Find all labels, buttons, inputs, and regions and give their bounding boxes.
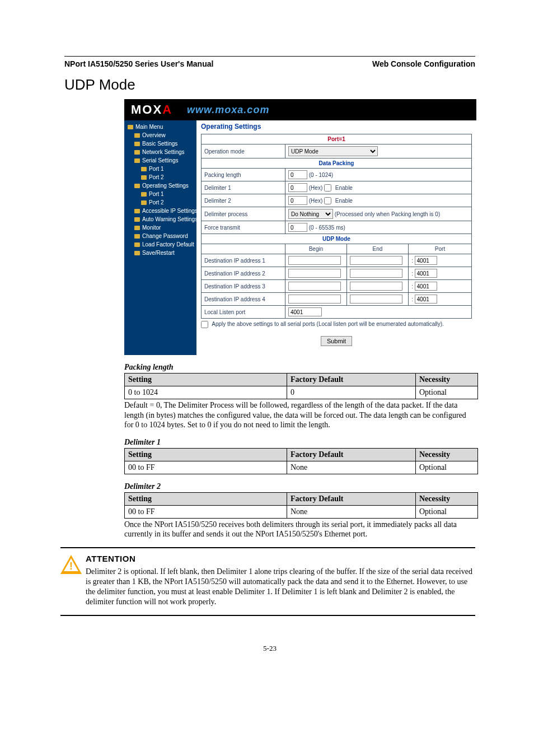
dest4-label: Destination IP address 4 [202,293,285,306]
apply-all-label: Apply the above settings to all serial p… [212,321,444,327]
packing-length-label: Packing length [202,169,285,181]
dest3-begin-input[interactable] [288,282,341,291]
delimiter1-input[interactable] [288,183,307,192]
dest3-port-input[interactable] [415,282,437,291]
packing-length-caption: Packing length [124,363,475,372]
dest2-label: Destination IP address 2 [202,267,285,280]
sidebar: Main Menu Overview Basic Settings Networ… [124,120,196,355]
dest4-end-input[interactable] [350,295,402,304]
force-transmit-label: Force transmit [202,221,285,234]
folder-icon [141,200,147,205]
data-packing-header: Data Packing [202,158,472,169]
force-transmit-hint: (0 - 65535 ms) [309,225,345,231]
folder-icon [141,167,147,171]
col-end: End [347,244,409,254]
td-default: None [287,461,416,474]
nav-auto-warning[interactable]: Auto Warning Settings [142,216,198,222]
nav-serial-port1[interactable]: Port 1 [149,166,164,172]
folder-icon [134,217,140,222]
delim2-note: Once the NPort IA5150/5250 receives both… [124,520,475,539]
nav-operating-settings[interactable]: Operating Settings [142,183,189,189]
folder-icon [128,125,133,129]
delimiter2-input[interactable] [288,196,307,205]
dest2-end-input[interactable] [350,269,402,278]
folder-icon [134,251,140,255]
delimiter2-label: Delimiter 2 [202,194,285,207]
packing-length-note: Default = 0, The Delimiter Process will … [124,400,475,430]
folder-open-icon [134,184,140,188]
th-setting: Setting [125,492,287,505]
td-setting: 0 to 1024 [125,386,287,399]
folder-icon [141,192,147,197]
folder-icon [134,226,140,230]
folder-icon [141,175,147,180]
delimiter2-enable-label: Enable [335,198,353,204]
th-necessity: Necessity [416,448,478,461]
op-mode-select[interactable]: UDP Mode [288,146,378,156]
th-default: Factory Default [287,492,416,505]
apply-all-checkbox[interactable] [201,321,208,328]
th-default: Factory Default [287,448,416,461]
th-necessity: Necessity [416,374,478,386]
folder-icon [134,242,140,247]
port-header: Port=1 [202,134,472,144]
nav-load-factory[interactable]: Load Factory Default [142,241,194,248]
packing-length-input[interactable] [288,170,307,179]
td-necessity: Optional [416,505,478,518]
dest1-end-input[interactable] [350,256,402,265]
screenshot: MOXA www.moxa.com Main Menu Overview Bas… [124,99,476,355]
nav-op-port1[interactable]: Port 1 [149,191,164,197]
nav-main-menu[interactable]: Main Menu [135,124,163,130]
content-title: Operating Settings [201,123,472,130]
nav-network-settings[interactable]: Network Settings [142,149,185,155]
nav-save-restart[interactable]: Save/Restart [142,250,175,256]
nav-serial-port2[interactable]: Port 2 [149,174,164,180]
delimiter2-enable-checkbox[interactable] [324,197,331,204]
td-necessity: Optional [416,386,478,399]
th-necessity: Necessity [416,492,478,505]
nav-change-password[interactable]: Change Password [142,233,188,239]
nav-op-port2[interactable]: Port 2 [149,199,164,206]
submit-button[interactable]: Submit [321,336,352,346]
th-setting: Setting [125,448,287,461]
nav-monitor[interactable]: Monitor [142,225,161,231]
td-default: None [287,505,416,518]
local-listen-label: Local Listen port [202,306,285,319]
folder-open-icon [134,158,140,163]
folder-icon [134,133,140,138]
delim1-caption: Delimiter 1 [124,438,475,447]
dest3-label: Destination IP address 3 [202,280,285,293]
delimiter-process-hint: (Processed only when Packing length is 0… [335,211,440,217]
packing-length-hint: (0 - 1024) [309,172,333,178]
header-left: NPort IA5150/5250 Series User's Manual [64,59,213,68]
dest1-port-input[interactable] [415,256,437,265]
force-transmit-input[interactable] [288,223,307,232]
nav-overview[interactable]: Overview [142,132,166,138]
th-setting: Setting [125,374,287,386]
delimiter2-hint: (Hex) [309,198,322,204]
dest4-begin-input[interactable] [288,295,341,304]
td-necessity: Optional [416,461,478,474]
delimiter1-enable-checkbox[interactable] [324,184,331,192]
dest2-port-input[interactable] [415,269,437,278]
page-title: UDP Mode [64,76,475,94]
td-default: 0 [287,386,416,399]
dest4-port-input[interactable] [415,295,437,304]
delimiter-process-select[interactable]: Do Nothing [288,209,333,219]
op-mode-label: Operation mode [202,144,285,158]
col-begin: Begin [285,244,347,254]
local-listen-input[interactable] [288,307,322,316]
dest1-begin-input[interactable] [288,256,341,265]
dest3-end-input[interactable] [350,282,402,291]
packing-length-table: Setting Factory Default Necessity 0 to 1… [124,373,478,399]
page-number: 5-23 [64,644,475,653]
warning-icon: ! [60,554,86,608]
nav-basic-settings[interactable]: Basic Settings [142,141,177,147]
th-default: Factory Default [287,374,416,386]
folder-icon [134,142,140,146]
dest2-begin-input[interactable] [288,269,341,278]
nav-accessible-ip[interactable]: Accessible IP Settings [142,208,198,214]
logo: MOXA [131,102,172,117]
col-port: Port [409,244,472,254]
nav-serial-settings[interactable]: Serial Settings [142,157,178,164]
